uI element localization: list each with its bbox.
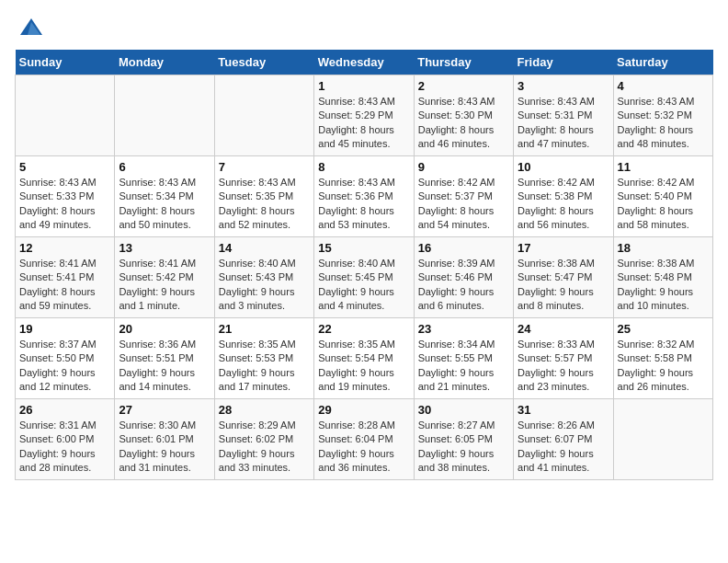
day-info: Sunrise: 8:35 AM Sunset: 5:54 PM Dayligh… bbox=[318, 338, 409, 395]
day-number: 15 bbox=[318, 241, 409, 255]
day-info: Sunrise: 8:35 AM Sunset: 5:53 PM Dayligh… bbox=[219, 338, 310, 395]
calendar-cell: 26Sunrise: 8:31 AM Sunset: 6:00 PM Dayli… bbox=[16, 399, 115, 480]
calendar-cell: 20Sunrise: 8:36 AM Sunset: 5:51 PM Dayli… bbox=[115, 318, 214, 399]
day-info: Sunrise: 8:41 AM Sunset: 5:42 PM Dayligh… bbox=[119, 257, 210, 314]
calendar-cell: 24Sunrise: 8:33 AM Sunset: 5:57 PM Dayli… bbox=[514, 318, 613, 399]
day-info: Sunrise: 8:36 AM Sunset: 5:51 PM Dayligh… bbox=[119, 338, 210, 395]
calendar-cell: 7Sunrise: 8:43 AM Sunset: 5:35 PM Daylig… bbox=[214, 156, 313, 237]
day-header-friday: Friday bbox=[514, 50, 613, 75]
calendar-cell: 8Sunrise: 8:43 AM Sunset: 5:36 PM Daylig… bbox=[314, 156, 414, 237]
calendar-cell: 28Sunrise: 8:29 AM Sunset: 6:02 PM Dayli… bbox=[214, 399, 313, 480]
day-info: Sunrise: 8:43 AM Sunset: 5:29 PM Dayligh… bbox=[318, 95, 409, 152]
calendar-cell: 11Sunrise: 8:42 AM Sunset: 5:40 PM Dayli… bbox=[613, 156, 712, 237]
day-number: 7 bbox=[219, 160, 310, 174]
calendar-week-1: 1Sunrise: 8:43 AM Sunset: 5:29 PM Daylig… bbox=[16, 75, 713, 156]
calendar-cell bbox=[214, 75, 313, 156]
day-info: Sunrise: 8:42 AM Sunset: 5:37 PM Dayligh… bbox=[418, 176, 509, 233]
day-number: 9 bbox=[418, 160, 509, 174]
calendar-cell: 14Sunrise: 8:40 AM Sunset: 5:43 PM Dayli… bbox=[214, 237, 313, 318]
calendar-cell: 17Sunrise: 8:38 AM Sunset: 5:47 PM Dayli… bbox=[514, 237, 613, 318]
calendar-table: SundayMondayTuesdayWednesdayThursdayFrid… bbox=[15, 50, 713, 480]
calendar-cell bbox=[115, 75, 214, 156]
calendar-cell: 23Sunrise: 8:34 AM Sunset: 5:55 PM Dayli… bbox=[414, 318, 513, 399]
calendar-header: SundayMondayTuesdayWednesdayThursdayFrid… bbox=[16, 50, 713, 75]
day-number: 6 bbox=[119, 160, 210, 174]
day-number: 2 bbox=[418, 79, 509, 93]
day-info: Sunrise: 8:43 AM Sunset: 5:35 PM Dayligh… bbox=[219, 176, 310, 233]
calendar-cell: 29Sunrise: 8:28 AM Sunset: 6:04 PM Dayli… bbox=[314, 399, 414, 480]
calendar-cell: 22Sunrise: 8:35 AM Sunset: 5:54 PM Dayli… bbox=[314, 318, 414, 399]
day-number: 14 bbox=[219, 241, 310, 255]
day-number: 16 bbox=[418, 241, 509, 255]
calendar-cell: 4Sunrise: 8:43 AM Sunset: 5:32 PM Daylig… bbox=[613, 75, 712, 156]
day-number: 25 bbox=[618, 322, 709, 336]
day-info: Sunrise: 8:43 AM Sunset: 5:32 PM Dayligh… bbox=[618, 95, 709, 152]
day-info: Sunrise: 8:30 AM Sunset: 6:01 PM Dayligh… bbox=[119, 419, 210, 476]
day-info: Sunrise: 8:34 AM Sunset: 5:55 PM Dayligh… bbox=[418, 338, 509, 395]
logo bbox=[15, 15, 44, 40]
day-info: Sunrise: 8:38 AM Sunset: 5:47 PM Dayligh… bbox=[518, 257, 609, 314]
day-number: 21 bbox=[219, 322, 310, 336]
day-number: 26 bbox=[19, 403, 110, 417]
calendar-cell: 21Sunrise: 8:35 AM Sunset: 5:53 PM Dayli… bbox=[214, 318, 313, 399]
day-info: Sunrise: 8:43 AM Sunset: 5:36 PM Dayligh… bbox=[318, 176, 409, 233]
day-number: 1 bbox=[318, 79, 409, 93]
calendar-cell: 3Sunrise: 8:43 AM Sunset: 5:31 PM Daylig… bbox=[514, 75, 613, 156]
calendar-week-5: 26Sunrise: 8:31 AM Sunset: 6:00 PM Dayli… bbox=[16, 399, 713, 480]
day-number: 30 bbox=[418, 403, 509, 417]
calendar-cell: 31Sunrise: 8:26 AM Sunset: 6:07 PM Dayli… bbox=[514, 399, 613, 480]
calendar-cell: 15Sunrise: 8:40 AM Sunset: 5:45 PM Dayli… bbox=[314, 237, 414, 318]
calendar-cell: 16Sunrise: 8:39 AM Sunset: 5:46 PM Dayli… bbox=[414, 237, 513, 318]
day-number: 4 bbox=[618, 79, 709, 93]
day-info: Sunrise: 8:42 AM Sunset: 5:38 PM Dayligh… bbox=[518, 176, 609, 233]
calendar-week-2: 5Sunrise: 8:43 AM Sunset: 5:33 PM Daylig… bbox=[16, 156, 713, 237]
calendar-cell: 18Sunrise: 8:38 AM Sunset: 5:48 PM Dayli… bbox=[613, 237, 712, 318]
calendar-cell bbox=[613, 399, 712, 480]
day-info: Sunrise: 8:32 AM Sunset: 5:58 PM Dayligh… bbox=[618, 338, 709, 395]
day-number: 19 bbox=[19, 322, 110, 336]
calendar-cell: 5Sunrise: 8:43 AM Sunset: 5:33 PM Daylig… bbox=[16, 156, 115, 237]
calendar-cell: 30Sunrise: 8:27 AM Sunset: 6:05 PM Dayli… bbox=[414, 399, 513, 480]
day-number: 13 bbox=[119, 241, 210, 255]
day-header-monday: Monday bbox=[115, 50, 214, 75]
page-header bbox=[15, 15, 713, 40]
day-info: Sunrise: 8:28 AM Sunset: 6:04 PM Dayligh… bbox=[318, 419, 409, 476]
calendar-cell: 2Sunrise: 8:43 AM Sunset: 5:30 PM Daylig… bbox=[414, 75, 513, 156]
day-info: Sunrise: 8:40 AM Sunset: 5:45 PM Dayligh… bbox=[318, 257, 409, 314]
day-info: Sunrise: 8:43 AM Sunset: 5:34 PM Dayligh… bbox=[119, 176, 210, 233]
day-number: 22 bbox=[318, 322, 409, 336]
day-info: Sunrise: 8:43 AM Sunset: 5:30 PM Dayligh… bbox=[418, 95, 509, 152]
day-number: 29 bbox=[318, 403, 409, 417]
day-number: 10 bbox=[518, 160, 609, 174]
day-number: 11 bbox=[618, 160, 709, 174]
calendar-cell: 6Sunrise: 8:43 AM Sunset: 5:34 PM Daylig… bbox=[115, 156, 214, 237]
day-number: 18 bbox=[618, 241, 709, 255]
day-info: Sunrise: 8:43 AM Sunset: 5:31 PM Dayligh… bbox=[518, 95, 609, 152]
calendar-cell: 1Sunrise: 8:43 AM Sunset: 5:29 PM Daylig… bbox=[314, 75, 414, 156]
day-info: Sunrise: 8:39 AM Sunset: 5:46 PM Dayligh… bbox=[418, 257, 509, 314]
day-info: Sunrise: 8:29 AM Sunset: 6:02 PM Dayligh… bbox=[219, 419, 310, 476]
day-number: 12 bbox=[19, 241, 110, 255]
day-info: Sunrise: 8:42 AM Sunset: 5:40 PM Dayligh… bbox=[618, 176, 709, 233]
calendar-cell: 9Sunrise: 8:42 AM Sunset: 5:37 PM Daylig… bbox=[414, 156, 513, 237]
day-number: 5 bbox=[19, 160, 110, 174]
day-number: 27 bbox=[119, 403, 210, 417]
day-info: Sunrise: 8:38 AM Sunset: 5:48 PM Dayligh… bbox=[618, 257, 709, 314]
calendar-week-4: 19Sunrise: 8:37 AM Sunset: 5:50 PM Dayli… bbox=[16, 318, 713, 399]
day-number: 24 bbox=[518, 322, 609, 336]
day-number: 8 bbox=[318, 160, 409, 174]
day-info: Sunrise: 8:26 AM Sunset: 6:07 PM Dayligh… bbox=[518, 419, 609, 476]
calendar-cell bbox=[16, 75, 115, 156]
day-header-wednesday: Wednesday bbox=[314, 50, 414, 75]
day-info: Sunrise: 8:33 AM Sunset: 5:57 PM Dayligh… bbox=[518, 338, 609, 395]
day-header-row: SundayMondayTuesdayWednesdayThursdayFrid… bbox=[16, 50, 713, 75]
calendar-cell: 25Sunrise: 8:32 AM Sunset: 5:58 PM Dayli… bbox=[613, 318, 712, 399]
day-info: Sunrise: 8:41 AM Sunset: 5:41 PM Dayligh… bbox=[19, 257, 110, 314]
day-info: Sunrise: 8:37 AM Sunset: 5:50 PM Dayligh… bbox=[19, 338, 110, 395]
day-number: 23 bbox=[418, 322, 509, 336]
calendar-cell: 13Sunrise: 8:41 AM Sunset: 5:42 PM Dayli… bbox=[115, 237, 214, 318]
day-info: Sunrise: 8:43 AM Sunset: 5:33 PM Dayligh… bbox=[19, 176, 110, 233]
logo-icon bbox=[18, 15, 44, 40]
day-number: 3 bbox=[518, 79, 609, 93]
day-header-thursday: Thursday bbox=[414, 50, 513, 75]
